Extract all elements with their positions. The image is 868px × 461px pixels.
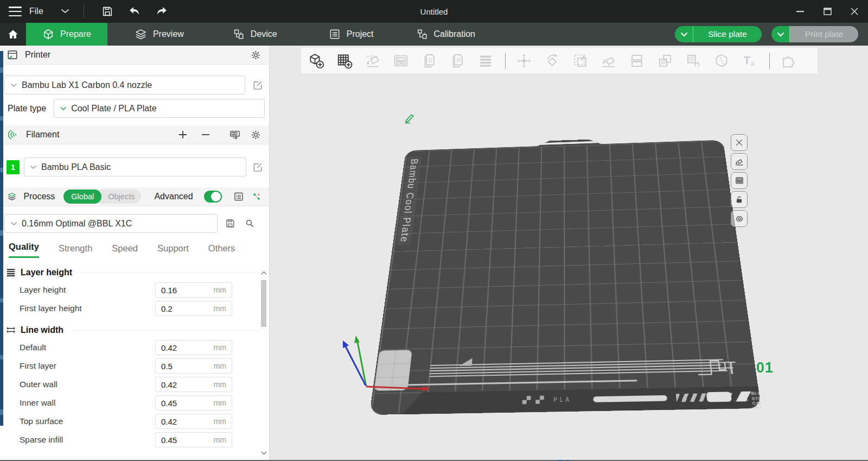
auto-orient-icon: AUTO xyxy=(365,53,381,69)
printer-preset-select[interactable]: Bambu Lab X1 Carbon 0.4 nozzle xyxy=(4,75,245,94)
copy-icon: 0 xyxy=(421,53,437,69)
scroll-up-button[interactable] xyxy=(260,268,267,277)
preview-layers-icon xyxy=(135,28,147,41)
rotate-button[interactable] xyxy=(541,50,563,72)
lay-on-face-button[interactable] xyxy=(598,50,620,72)
process-preset-select[interactable]: 0.16mm Optimal @BBL X1C xyxy=(4,214,218,233)
build-plate[interactable]: Bambu Cool Plate PLA xyxy=(369,140,761,415)
maximize-button[interactable] xyxy=(814,0,841,23)
slice-plate-button[interactable]: Slice plate xyxy=(675,26,762,42)
scope-global[interactable]: Global xyxy=(63,190,101,204)
pencil-icon xyxy=(403,112,417,125)
remove-filament-button[interactable] xyxy=(197,127,214,143)
redo-button[interactable] xyxy=(152,3,171,20)
gear-icon xyxy=(251,130,261,140)
parameter-list-button[interactable] xyxy=(233,190,244,204)
minimize-button[interactable] xyxy=(787,0,814,23)
scroll-down-button[interactable] xyxy=(260,449,267,457)
process-preset-value: 0.16mm Optimal @BBL X1C xyxy=(22,219,132,229)
tab-support[interactable]: Support xyxy=(157,243,189,258)
add-model-button[interactable] xyxy=(305,50,327,72)
line-width-first-layer-input[interactable]: 0.5 mm xyxy=(155,358,232,374)
delete-plate-button[interactable] xyxy=(731,134,748,151)
print-plate-button[interactable]: Print plate xyxy=(771,26,858,42)
process-scope-toggle[interactable]: Global Objects xyxy=(63,190,141,204)
auto-orient-button[interactable]: AUTO xyxy=(362,50,384,72)
filament-settings-button[interactable] xyxy=(248,128,263,142)
add-filament-button[interactable] xyxy=(175,127,191,143)
file-menu[interactable]: File xyxy=(0,7,69,16)
line-width-inner-wall-input[interactable]: 0.45 mm xyxy=(155,395,232,411)
first-layer-height-input[interactable]: 0.2 mm xyxy=(155,301,232,316)
tab-strength[interactable]: Strength xyxy=(59,243,92,258)
scope-objects[interactable]: Objects xyxy=(101,192,141,201)
tab-project[interactable]: Project xyxy=(312,23,390,46)
auto-orient-plate-button[interactable] xyxy=(731,153,748,170)
line-width-group-header: Line width xyxy=(5,325,269,335)
save-icon xyxy=(101,5,113,17)
line-width-default-input[interactable]: 0.42 mm xyxy=(155,340,232,355)
build-plate-surface[interactable]: Bambu Cool Plate PLA xyxy=(369,140,761,415)
close-button[interactable] xyxy=(841,0,868,23)
rename-plate-button[interactable] xyxy=(403,112,417,125)
plate-type-select[interactable]: Cool Plate / PLA Plate xyxy=(54,99,265,118)
line-width-outer-wall-input[interactable]: 0.42 mm xyxy=(155,377,232,392)
tab-preview[interactable]: Preview xyxy=(118,23,200,46)
variable-layer-height-button[interactable] xyxy=(475,50,496,72)
layer-height-group-title: Layer height xyxy=(21,268,72,277)
line-width-sparse-infill-input[interactable]: 0.45 mm xyxy=(155,432,232,447)
save-button[interactable] xyxy=(98,3,117,20)
edit-printer-button[interactable] xyxy=(251,78,265,92)
tab-others[interactable]: Others xyxy=(208,243,235,258)
tab-device[interactable]: Device xyxy=(216,23,293,46)
svg-text:0: 0 xyxy=(429,57,432,64)
maximize-icon xyxy=(824,8,832,15)
text-tool-button[interactable]: Ta xyxy=(739,50,761,72)
file-chevron-down-icon[interactable] xyxy=(61,9,69,14)
copy-button[interactable]: 0 xyxy=(418,50,440,72)
print-options-chevron[interactable] xyxy=(771,26,790,42)
move-button[interactable] xyxy=(513,50,535,72)
viewport-3d[interactable]: AUTO 0 xyxy=(270,46,868,460)
minus-icon xyxy=(201,130,210,139)
arrange-plate-button[interactable] xyxy=(731,172,748,189)
tab-quality[interactable]: Quality xyxy=(9,242,39,258)
assembly-view-button[interactable] xyxy=(777,50,799,72)
split-to-objects-button[interactable] xyxy=(626,50,648,72)
param-row-first-layer: First layer 0.5 mm xyxy=(5,357,269,375)
save-preset-button[interactable] xyxy=(223,217,237,231)
split-to-parts-button[interactable] xyxy=(654,50,676,72)
search-parameters-button[interactable] xyxy=(242,217,257,231)
layer-height-input[interactable]: 0.16 mm xyxy=(155,282,232,298)
ams-sync-button[interactable] xyxy=(228,128,242,142)
line-width-top-surface-input[interactable]: 0.42 mm xyxy=(155,414,232,429)
color-paint-button[interactable] xyxy=(682,50,704,72)
paste-button[interactable]: P xyxy=(446,50,468,72)
scale-button[interactable] xyxy=(570,50,591,72)
advanced-toggle[interactable] xyxy=(204,191,222,203)
filament-preset-select[interactable]: Bambu PLA Basic xyxy=(24,157,246,176)
cut-button[interactable] xyxy=(711,50,732,72)
plus-icon xyxy=(178,130,187,139)
chevron-down-icon xyxy=(10,222,17,226)
sidebar-scrollbar[interactable] xyxy=(260,268,267,457)
plate-settings-button[interactable] xyxy=(731,210,748,227)
lock-plate-button[interactable] xyxy=(731,191,748,208)
scroll-thumb[interactable] xyxy=(261,280,266,327)
arrange-button[interactable] xyxy=(390,50,412,72)
home-button[interactable] xyxy=(0,23,26,46)
add-plate-button[interactable] xyxy=(334,50,355,72)
filament-slot-badge[interactable]: 1 xyxy=(7,160,20,174)
param-row-inner-wall: Inner wall 0.45 mm xyxy=(5,394,269,412)
printer-settings-button[interactable] xyxy=(248,48,263,62)
paint-icon xyxy=(685,53,701,69)
edit-icon xyxy=(252,80,263,91)
tab-speed[interactable]: Speed xyxy=(112,243,138,258)
undo-button[interactable] xyxy=(125,3,144,20)
tab-calibration-label: Calibration xyxy=(434,29,475,39)
slice-options-chevron[interactable] xyxy=(675,26,693,42)
tab-calibration[interactable]: Calibration xyxy=(400,23,492,46)
edit-filament-button[interactable] xyxy=(251,160,265,174)
tab-prepare[interactable]: Prepare xyxy=(26,23,107,46)
compare-presets-button[interactable] xyxy=(251,190,263,204)
